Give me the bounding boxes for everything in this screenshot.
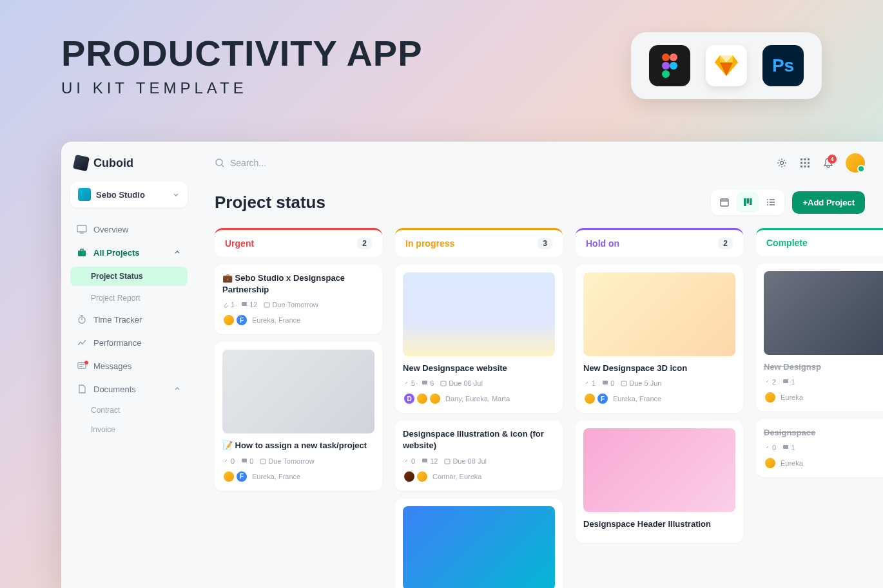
card-assignees: Eureka	[764, 391, 883, 404]
brand-logo: Cuboid	[70, 153, 188, 179]
promo-subtitle: UI KIT TEMPLATE	[61, 79, 423, 97]
nav-project-report[interactable]: Project Report	[70, 290, 188, 307]
task-card[interactable]: Designspace 0 1 Eureka	[756, 419, 883, 477]
nav-invoice[interactable]: Invoice	[70, 421, 188, 438]
gear-icon[interactable]	[776, 157, 788, 169]
svg-rect-32	[441, 381, 446, 386]
nav-time-tracker[interactable]: Time Tracker	[70, 309, 188, 330]
assignee-names: Eureka, France	[613, 395, 661, 403]
comment-icon	[602, 380, 608, 386]
column-title: Hold on	[586, 238, 619, 249]
promo-header: PRODUCTIVITY APP UI KIT TEMPLATE Ps	[0, 0, 883, 119]
document-icon	[77, 384, 87, 394]
paperclip-icon	[764, 444, 770, 451]
comment-icon	[422, 458, 428, 464]
chevron-up-icon	[173, 385, 181, 393]
task-card[interactable]	[395, 498, 563, 588]
svg-rect-37	[783, 379, 788, 383]
task-card[interactable]: New Designspace website 5 6 Due 06 Jul D…	[395, 265, 563, 413]
svg-rect-21	[744, 198, 746, 206]
workspace-selector[interactable]: Sebo Studio	[70, 182, 188, 207]
calendar-icon	[440, 380, 447, 386]
task-card[interactable]: Designspace Illustration & icon (for web…	[395, 421, 563, 490]
nav-documents[interactable]: Documents	[70, 379, 188, 399]
card-image	[403, 506, 555, 588]
logo-icon	[73, 155, 90, 171]
svg-rect-12	[804, 158, 806, 160]
task-card[interactable]: New Designsp 2 1 Eureka	[756, 263, 883, 412]
calendar-icon	[621, 380, 627, 386]
card-assignees: DDany, Eureka, Marta	[403, 392, 555, 405]
view-toggle	[711, 189, 784, 215]
attachment-count: 2	[764, 378, 776, 386]
comment-icon	[782, 444, 789, 451]
card-meta: 0 12 Due 08 Jul	[403, 457, 555, 465]
due-date: Due 08 Jul	[444, 457, 487, 465]
card-title: Designspace Illustration & icon (for web…	[403, 428, 555, 451]
svg-point-4	[662, 70, 670, 78]
card-meta: 0 0 Due Tomorrow	[222, 457, 374, 465]
search-input[interactable]: Search...	[215, 158, 768, 168]
avatar	[416, 392, 429, 405]
svg-point-26	[767, 204, 768, 205]
calendar-icon	[264, 301, 270, 308]
add-project-button[interactable]: +Add Project	[792, 191, 865, 214]
card-image	[222, 350, 374, 433]
comment-count: 0	[241, 457, 253, 465]
nav-messages[interactable]: Messages	[70, 356, 188, 376]
attachment-count: 1	[222, 301, 235, 308]
apps-grid-icon[interactable]	[799, 157, 811, 169]
task-card[interactable]: 💼 Sebo Studio x Designspace Partnership …	[215, 265, 382, 334]
nav-all-projects[interactable]: All Projects	[70, 242, 188, 263]
svg-rect-28	[264, 303, 269, 307]
workspace-icon	[78, 188, 91, 201]
nav-project-status[interactable]: Project Status	[70, 267, 188, 286]
due-date: Due Tomorrow	[260, 457, 314, 465]
column-count: 2	[357, 238, 372, 249]
assignee-names: Eureka	[781, 459, 803, 467]
svg-rect-5	[77, 225, 86, 232]
svg-rect-13	[808, 158, 810, 160]
svg-rect-16	[808, 162, 810, 164]
column-header: In progress 3	[395, 228, 563, 257]
comment-icon	[241, 301, 247, 308]
due-date: Due 06 Jul	[440, 379, 483, 387]
svg-rect-30	[260, 459, 266, 464]
nav-contract[interactable]: Contract	[70, 402, 188, 419]
sidebar: Cuboid Sebo Studio Overview All Projects…	[61, 142, 197, 588]
svg-point-25	[767, 202, 768, 203]
svg-rect-6	[78, 251, 86, 256]
attachment-count: 0	[222, 457, 235, 465]
card-assignees: FEureka, France	[222, 470, 374, 483]
list-view-button[interactable]	[760, 192, 782, 213]
comment-icon	[241, 458, 247, 464]
task-card[interactable]: Designspace Header Illustration	[576, 421, 743, 543]
attachment-count: 5	[403, 379, 415, 387]
svg-rect-38	[783, 445, 788, 449]
due-date: Due Tomorrow	[264, 301, 318, 308]
page-title: Project status	[215, 193, 325, 213]
card-assignees: Eureka	[764, 457, 883, 469]
svg-rect-17	[801, 166, 802, 167]
task-card[interactable]: New Designspace 3D icon 1 0 Due 5 Jun FE…	[576, 265, 743, 413]
comment-count: 12	[241, 301, 257, 308]
svg-rect-18	[804, 166, 806, 167]
calendar-view-button[interactable]	[713, 192, 735, 213]
nav-label: Performance	[93, 338, 141, 348]
user-avatar[interactable]	[846, 153, 865, 173]
bell-icon[interactable]: 4	[822, 157, 834, 169]
nav-overview[interactable]: Overview	[70, 219, 188, 240]
board-view-button[interactable]	[737, 192, 759, 213]
svg-point-9	[216, 159, 222, 166]
svg-rect-29	[242, 459, 247, 462]
card-title: New Designspace website	[403, 363, 555, 374]
card-title: Designspace Header Illustration	[583, 518, 735, 530]
brand-name: Cuboid	[93, 156, 133, 170]
notification-badge: 4	[828, 155, 837, 164]
paperclip-icon	[764, 379, 770, 385]
svg-rect-35	[603, 381, 608, 384]
task-card[interactable]: 📝 How to assign a new task/project 0 0 D…	[215, 342, 382, 490]
nav-performance[interactable]: Performance	[70, 332, 188, 353]
assignee-names: Eureka, France	[252, 473, 300, 480]
column-header: Complete	[756, 228, 883, 256]
